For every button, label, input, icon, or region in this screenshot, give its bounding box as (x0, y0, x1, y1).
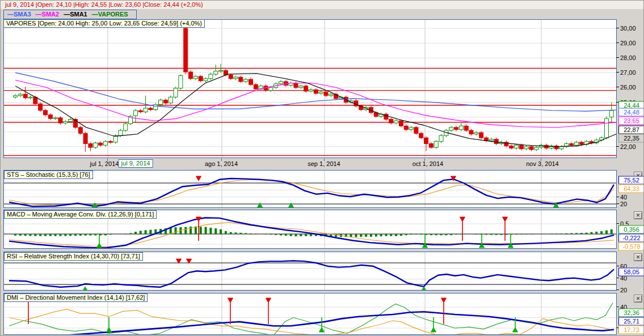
x-axis: jul 1, 2014ago 1, 2014sep 1, 2014oct 1, … (3, 159, 617, 169)
macd-histogram-bar (410, 234, 413, 235)
macd-histogram-bar (590, 232, 592, 234)
macd-histogram-bar (495, 234, 498, 235)
price-axis-tick: 29,00 (620, 40, 636, 46)
macd-histogram-bar (555, 233, 558, 234)
macd-histogram-bar (580, 233, 583, 234)
macd-histogram-bar (405, 234, 407, 235)
macd-main-line (9, 218, 614, 248)
ohlc-statusbar: jul 9, 2014 |Open: 24,10 |High: 24,55 |L… (1, 1, 643, 9)
macd-histogram-bar (450, 234, 452, 235)
date-label: nov 3, 2014 (526, 160, 559, 167)
legend-item-sma1: —SMA1 (64, 11, 87, 18)
last-value-box: 17,73 (618, 326, 644, 334)
macd-histogram-bar (195, 227, 197, 234)
price-chart-canvas[interactable] (3, 19, 617, 158)
price-axis-tick-mark (616, 57, 619, 58)
macd-histogram-bar (129, 233, 132, 234)
macd-histogram-bar (270, 234, 272, 235)
macd-histogram-bar (375, 234, 377, 236)
dmi-plus-di-line (9, 303, 613, 335)
macd-histogram-bar (230, 232, 232, 234)
macd-histogram-bar (430, 234, 432, 235)
macd-histogram-bar (214, 228, 217, 234)
macd-histogram-bar (24, 234, 27, 236)
macd-histogram-bar (355, 234, 357, 237)
date-label: sep 1, 2014 (308, 160, 340, 167)
sell-signal-icon (441, 298, 447, 303)
macd-histogram-bar (611, 229, 613, 234)
macd-histogram-bar (485, 234, 487, 235)
macd-histogram-bar (365, 234, 367, 237)
legend-item-sma2: —SMA2 (36, 11, 60, 18)
macd-histogram-bar (14, 234, 16, 236)
macd-histogram-bar (134, 232, 137, 234)
last-value-box: -0,222 (618, 234, 644, 243)
last-value-box: 25,71 (618, 317, 644, 326)
macd-histogram-bar (89, 234, 91, 236)
macd-histogram-bar (59, 234, 61, 236)
ohlc-status-text: jul 9, 2014 |Open: 24,10 |High: 24,55 |L… (5, 1, 203, 8)
macd-histogram-bar (400, 234, 402, 236)
price-axis-tick: 20 (620, 287, 627, 294)
macd-histogram-bar (490, 234, 493, 235)
price-axis-tick-mark (616, 28, 619, 28)
buy-signal-icon (422, 287, 427, 291)
rsi-title-label[interactable]: RSI – Relative Strength Index (14,30,70)… (4, 252, 143, 261)
macd-histogram-bar (570, 233, 573, 234)
macd-histogram-bar (225, 231, 227, 234)
macd-histogram-bar (170, 228, 172, 234)
macd-histogram-bar (280, 234, 282, 235)
macd-histogram-bar (239, 233, 242, 234)
date-label: ago 1, 2014 (205, 160, 238, 167)
last-value-box: 23,65 (618, 117, 644, 125)
sell-signal-icon (196, 176, 201, 181)
macd-histogram-bar (390, 234, 392, 236)
price-axis-tick: 30,00 (620, 25, 636, 32)
last-value-box: 32,36 (618, 309, 644, 317)
last-value-box: 0,356 (618, 226, 644, 234)
last-value-box: 64,33 (618, 185, 644, 193)
macd-histogram-bar (455, 234, 457, 235)
macd-histogram-bar (275, 234, 277, 235)
macd-histogram-bar (34, 234, 36, 236)
last-value-box: 22,35 (618, 134, 644, 143)
sts-title-label[interactable]: STS – Stochastic (15,3,5) [76] (4, 171, 93, 179)
date-label: jul 1, 2014 (90, 160, 119, 167)
price-axis-tick: 28,00 (620, 54, 636, 61)
macd-histogram-bar (74, 234, 77, 236)
macd-histogram-bar (380, 234, 382, 236)
price-axis-tick-mark (616, 42, 619, 43)
selected-date-box[interactable]: jul 9, 2014 (119, 159, 153, 168)
macd-histogram-bar (520, 234, 523, 235)
buy-signal-icon (258, 203, 263, 207)
price-axis-tick: 22,00 (620, 143, 636, 150)
macd-histogram-bar (290, 234, 292, 236)
macd-histogram-bar (44, 234, 47, 236)
macd-title-label[interactable]: MACD – Moving Average Conv. Div. (12,26,… (4, 210, 157, 219)
date-label: oct 1, 2014 (413, 160, 443, 167)
macd-histogram-bar (440, 234, 443, 235)
buy-signal-icon (289, 203, 294, 207)
macd-histogram-bar (110, 234, 112, 235)
macd-histogram-bar (145, 230, 147, 234)
macd-histogram-bar (305, 234, 307, 236)
dmi-close-button[interactable]: ✕ (634, 295, 642, 303)
dmi-title-label[interactable]: DMI – Directional Movement Index (14,14)… (4, 294, 148, 302)
macd-histogram-bar (500, 234, 503, 235)
macd-histogram-bar (285, 234, 287, 236)
chart-info-label[interactable]: VAPORES [Open: 24,00 High: 25,00 Low: 23… (3, 19, 205, 28)
macd-histogram-bar (310, 234, 312, 236)
macd-histogram-bar (200, 227, 202, 234)
macd-close-button[interactable]: ✕ (634, 211, 642, 219)
macd-histogram-bar (595, 232, 597, 234)
macd-histogram-bar (435, 234, 437, 235)
macd-histogram-bar (560, 233, 562, 234)
rsi-close-button[interactable]: ✕ (634, 253, 642, 261)
sell-signal-icon (266, 298, 271, 303)
macd-histogram-bar (79, 234, 82, 236)
price-axis-tick: 27,00 (620, 69, 636, 76)
macd-histogram-bar (265, 234, 267, 235)
macd-histogram-bar (300, 234, 302, 236)
macd-histogram-bar (205, 227, 207, 234)
sts-chart-canvas[interactable] (3, 170, 617, 208)
